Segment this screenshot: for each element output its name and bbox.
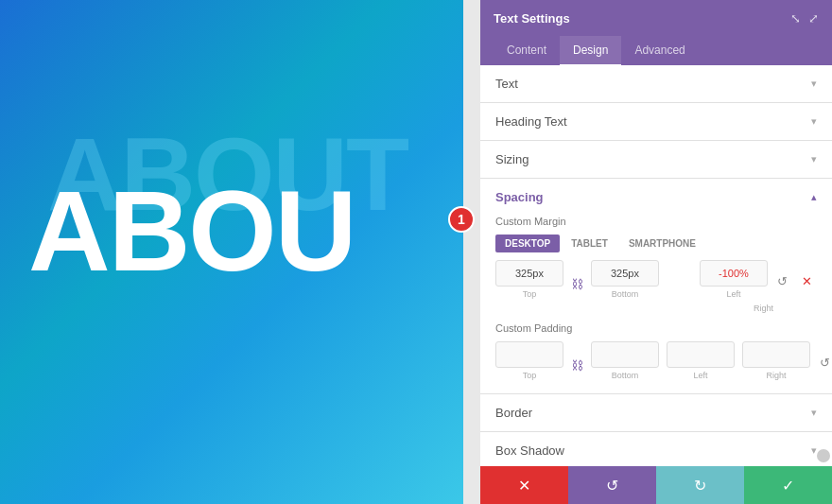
custom-margin-label: Custom Margin [495,216,817,227]
responsive-tabs: DESKTOP TABLET SMARTPHONE [495,235,817,252]
resp-tab-tablet[interactable]: TABLET [562,235,617,252]
expand-icon[interactable]: ⤢ [808,11,819,26]
spacing-body: Custom Margin DESKTOP TABLET SMARTPHONE … [480,216,832,393]
step-badge: 1 [448,206,475,233]
padding-right-label: Right [766,371,786,380]
margin-actions: ↺ ✕ [771,270,817,291]
link-margin-icon[interactable]: ⛓ [567,277,587,291]
link-padding-icon[interactable]: ⛓ [567,358,587,373]
margin-top-input[interactable] [495,260,563,287]
section-text[interactable]: Text ▾ [480,65,832,103]
tab-design[interactable]: Design [560,36,621,66]
panel-title: Text Settings [494,11,570,26]
canvas-area: ABOUT ABOU [0,0,463,504]
padding-reset-button[interactable]: ↺ [814,352,832,373]
margin-clear-button[interactable]: ✕ [796,270,817,291]
section-sizing-label: Sizing [495,152,529,166]
resp-tab-smartphone[interactable]: SMARTPHONE [619,235,705,252]
padding-right-group: Right [742,341,810,380]
canvas-foreground-text: ABOU [28,165,355,296]
section-spacing: Spacing ▴ Custom Margin DESKTOP TABLET S… [480,179,832,394]
padding-bottom-label: Bottom [612,371,639,380]
section-box-shadow[interactable]: Box Shadow ▾ [480,432,832,466]
margin-left-input[interactable] [700,260,768,287]
margin-bottom-label: Bottom [612,289,639,299]
margin-right-label: Right [754,304,773,313]
padding-bottom-group: Bottom [591,341,659,380]
chevron-down-icon: ▾ [811,153,817,165]
padding-bottom-input[interactable] [591,341,659,368]
panel-header-icons: ⤡ ⤢ [790,11,819,26]
section-text-label: Text [495,77,518,91]
panel-tabs: Content Design Advanced [480,36,832,65]
margin-bottom-input[interactable] [591,260,659,287]
section-heading-label: Heading Text [495,114,567,129]
section-border-label: Border [495,406,532,420]
padding-right-input[interactable] [742,341,810,368]
chevron-up-icon: ▴ [811,191,817,203]
settings-panel: Text Settings ⤡ ⤢ Content Design Advance… [480,0,832,504]
save-button[interactable]: ✓ [744,466,832,504]
chevron-down-icon: ▾ [811,115,817,128]
spacing-label: Spacing [495,190,544,204]
padding-top-input[interactable] [495,341,563,368]
chevron-down-icon: ▾ [811,78,817,90]
margin-bottom-group: Bottom [591,260,659,299]
padding-actions: ↺ ▱ [814,352,832,373]
margin-top-group: Top [495,260,563,299]
padding-top-group: Top [495,341,563,380]
tab-content[interactable]: Content [494,36,560,66]
margin-left-group: Left [700,260,768,299]
padding-top-label: Top [523,371,537,380]
margin-left-label: Left [726,289,740,299]
resp-tab-desktop[interactable]: DESKTOP [495,235,560,252]
padding-left-input[interactable] [667,341,735,368]
chevron-down-icon: ▾ [811,407,817,419]
custom-padding-label: Custom Padding [495,322,817,334]
panel-content[interactable]: Text ▾ Heading Text ▾ Sizing ▾ Spacing ▴… [480,65,832,466]
margin-inputs-row: Top ⛓ Bottom Left ↺ ✕ [495,260,817,299]
reset-button[interactable]: ↺ [568,466,656,504]
padding-left-group: Left [667,341,735,380]
section-border[interactable]: Border ▾ [480,394,832,432]
panel-footer: ✕ ↺ ↻ ✓ [480,466,832,504]
section-sizing[interactable]: Sizing ▾ [480,141,832,179]
cancel-button[interactable]: ✕ [480,466,568,504]
shrink-icon[interactable]: ⤡ [790,11,801,26]
panel-header: Text Settings ⤡ ⤢ [480,0,832,36]
redo-button[interactable]: ↻ [656,466,744,504]
padding-left-label: Left [693,371,707,380]
padding-inputs-row: Top ⛓ Bottom Left Right [495,341,817,380]
section-box-shadow-label: Box Shadow [495,443,564,458]
tab-advanced[interactable]: Advanced [621,36,698,66]
margin-top-label: Top [523,289,537,299]
spacing-header[interactable]: Spacing ▴ [480,179,832,216]
section-heading-text[interactable]: Heading Text ▾ [480,103,832,141]
margin-reset-button[interactable]: ↺ [771,270,792,291]
scroll-indicator[interactable] [817,449,830,462]
